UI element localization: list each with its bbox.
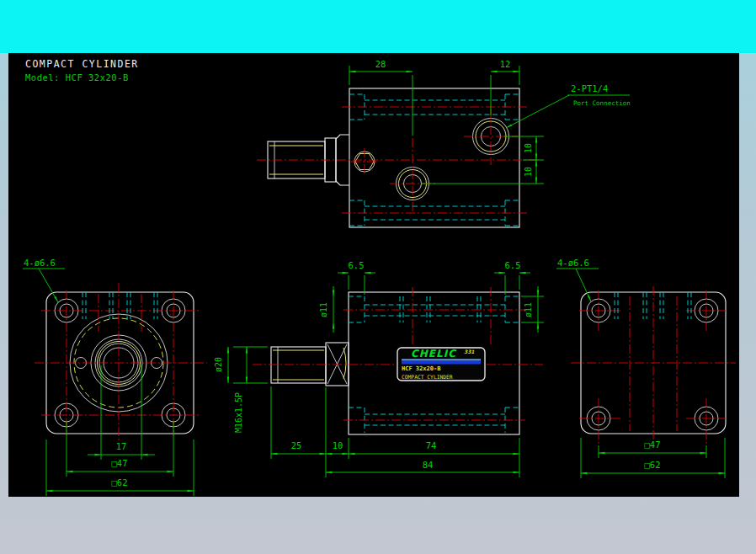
front-dimensions: 17 □47 □62 xyxy=(46,365,194,496)
dim-10-label: 10 xyxy=(333,440,343,450)
nameplate-stripe-blue xyxy=(402,361,481,365)
port-sublabel: Port Connection xyxy=(573,99,631,107)
dim-47-label-back: □47 xyxy=(645,439,661,450)
side-dimensions: 6.5 6.5 ø11 ø11 xyxy=(214,260,544,477)
nameplate-product: COMPACT CYLINDER xyxy=(402,374,453,380)
view-front: 4-ø6.6 17 □47 □62 xyxy=(23,258,207,496)
view-back: 4-ø6.6 □47 □62 xyxy=(556,258,736,478)
nameplate-stripe-light xyxy=(402,360,481,361)
back-hidden-lines xyxy=(615,292,691,319)
dim-12-label: 12 xyxy=(500,59,511,69)
view-top-section: 28 12 10 10 2-PT1/4 Port Connection xyxy=(257,59,631,227)
top-hidden-holes-lower xyxy=(342,200,527,226)
front-holes-note: 4-ø6.6 xyxy=(23,258,65,302)
view-side: CHELIC 331 HCF 32x20-B COMPACT CYLINDER … xyxy=(214,260,544,477)
dim-10a-label: 10 xyxy=(524,143,533,153)
side-hidden-upper xyxy=(343,287,525,347)
dim-11-left-label: ø11 xyxy=(319,302,328,317)
back-corner-holes xyxy=(587,299,718,430)
dim-25-label: 25 xyxy=(291,440,302,450)
top-rod-end-hex xyxy=(351,148,378,175)
back-holes-label: 4-ø6.6 xyxy=(557,258,589,268)
port-connection-note: 2-PT1/4 Port Connection xyxy=(506,83,631,128)
dim-10b-label: 10 xyxy=(524,167,533,177)
top-hidden-holes-upper xyxy=(342,94,527,120)
dim-74-label: 74 xyxy=(426,440,437,450)
dim-47-label-front: □47 xyxy=(112,458,128,468)
drawing-model: Model: HCF 32x20-B xyxy=(25,72,129,83)
side-hidden-lower xyxy=(343,408,525,433)
nameplate: CHELIC 331 HCF 32x20-B COMPACT CYLINDER xyxy=(397,348,485,381)
nameplate-model: HCF 32x20-B xyxy=(402,365,440,372)
dim-28-label: 28 xyxy=(375,59,386,69)
desktop-background: COMPACT CYLINDER Model: HCF 32x20-B xyxy=(0,0,756,554)
back-centerlines xyxy=(571,286,736,444)
drawing-title: COMPACT CYLINDER xyxy=(25,58,139,70)
nameplate-logo-mark: 331 xyxy=(464,349,475,354)
back-dimensions: □47 □62 xyxy=(581,438,725,478)
dim-20-label: ø20 xyxy=(214,357,223,372)
dim-62-label-back: □62 xyxy=(645,460,661,470)
dim-thread-label: M16x1.5P xyxy=(234,392,243,433)
dim-17-label: 17 xyxy=(116,441,127,451)
dim-62-label-front: □62 xyxy=(112,477,128,487)
top-port-hole-1 xyxy=(464,109,518,165)
top-port-hole-2 xyxy=(390,138,436,212)
side-piston-rod xyxy=(271,343,349,386)
title-block: COMPACT CYLINDER Model: HCF 32x20-B xyxy=(25,58,139,83)
dim-84-label: 84 xyxy=(423,460,434,470)
top-dimensions: 28 12 10 10 xyxy=(349,59,544,184)
front-hidden-lines xyxy=(83,292,157,319)
front-holes-label: 4-ø6.6 xyxy=(24,258,56,268)
front-centerlines xyxy=(35,283,207,443)
back-holes-note: 4-ø6.6 xyxy=(556,258,599,301)
dim-65-right-label: 6.5 xyxy=(505,260,521,270)
top-cyan-bar xyxy=(0,0,756,53)
cad-drawing-canvas[interactable]: COMPACT CYLINDER Model: HCF 32x20-B xyxy=(8,53,739,497)
dim-65-left-label: 6.5 xyxy=(349,260,365,270)
port-label: 2-PT1/4 xyxy=(571,83,608,93)
dim-11-right-label: ø11 xyxy=(524,302,533,317)
nameplate-brand: CHELIC xyxy=(411,348,457,360)
